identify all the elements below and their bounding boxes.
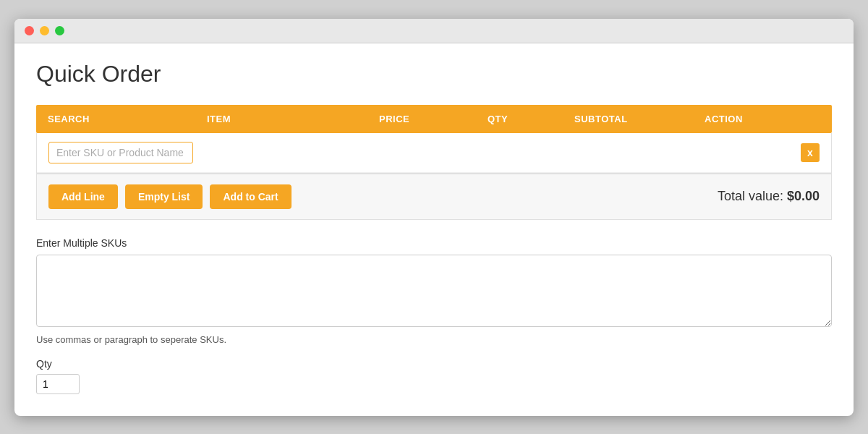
- minimize-button[interactable]: [40, 26, 49, 35]
- total-amount: $0.00: [787, 189, 820, 203]
- qty-label: Qty: [36, 358, 832, 370]
- multi-sku-label: Enter Multiple SKUs: [36, 237, 832, 249]
- qty-section: Qty: [36, 358, 832, 394]
- title-bar: [14, 19, 854, 43]
- search-input[interactable]: [48, 142, 193, 163]
- table-row: x: [37, 133, 831, 173]
- col-header-action: ACTION: [705, 114, 820, 124]
- add-to-cart-button[interactable]: Add to Cart: [210, 184, 291, 209]
- action-cell: x: [704, 143, 820, 162]
- sku-hint: Use commas or paragraph to seperate SKUs…: [36, 334, 832, 345]
- page-title: Quick Order: [36, 61, 832, 88]
- close-button[interactable]: [25, 26, 34, 35]
- col-header-price: PRICE: [379, 114, 488, 124]
- delete-row-button[interactable]: x: [801, 143, 820, 162]
- maximize-button[interactable]: [55, 26, 64, 35]
- page-content: Quick Order SEARCH ITEM PRICE QTY SUBTOT…: [14, 43, 854, 416]
- col-header-subtotal: SUBTOTAL: [574, 114, 705, 124]
- total-label: Total value:: [718, 189, 783, 203]
- table-footer: Add Line Empty List Add to Cart Total va…: [36, 174, 832, 220]
- col-header-qty: QTY: [488, 114, 574, 124]
- sku-textarea[interactable]: [36, 255, 832, 327]
- qty-input[interactable]: [36, 374, 80, 394]
- col-header-item: ITEM: [207, 114, 379, 124]
- table-header: SEARCH ITEM PRICE QTY SUBTOTAL ACTION: [36, 105, 832, 133]
- empty-list-button[interactable]: Empty List: [125, 184, 203, 209]
- app-window: Quick Order SEARCH ITEM PRICE QTY SUBTOT…: [14, 19, 854, 416]
- search-cell: [48, 142, 208, 163]
- footer-buttons: Add Line Empty List Add to Cart: [48, 184, 292, 209]
- multi-sku-section: Enter Multiple SKUs Use commas or paragr…: [36, 237, 832, 345]
- table-body: x: [36, 133, 832, 174]
- add-line-button[interactable]: Add Line: [48, 184, 118, 209]
- total-value-display: Total value: $0.00: [718, 189, 820, 204]
- col-header-search: SEARCH: [48, 114, 207, 124]
